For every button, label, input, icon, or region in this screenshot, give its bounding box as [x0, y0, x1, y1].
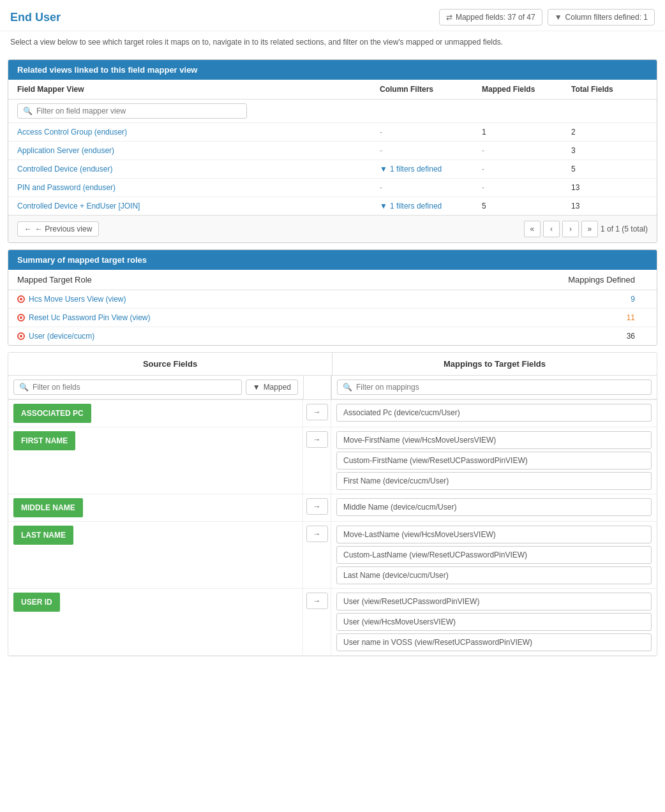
row-col-filters: ▼ 1 filters defined — [380, 165, 482, 173]
row-col-filters: - — [380, 128, 482, 137]
field-left-associated-pc: ASSOCIATED PC — [8, 400, 303, 427]
field-mapping-section: Source Fields Mappings to Target Fields … — [8, 352, 657, 656]
table-row[interactable]: Application Server (enduser) - - 3 — [8, 142, 657, 160]
source-filter-input[interactable] — [33, 383, 236, 392]
col-field-mapper-view: Field Mapper View — [17, 85, 380, 94]
field-row-middle-name: MIDDLE NAME → Middle Name (device/cucm/U… — [8, 494, 657, 522]
arrow-user-id: → — [303, 589, 331, 655]
field-label-middle-name: MIDDLE NAME — [13, 498, 83, 517]
row-total-fields: 13 — [571, 202, 648, 210]
role-name: User (device/cucm) — [17, 332, 546, 341]
targets-middle-name: Middle Name (device/cucm/User) — [331, 494, 657, 521]
summary-row[interactable]: User (device/cucm) 36 — [8, 327, 657, 345]
mappings-count: 11 — [546, 313, 648, 322]
page-header: End User ⇄ Mapped fields: 37 of 47 ▼ Col… — [0, 0, 665, 31]
mapped-fields-label: Mapped fields: 37 of 47 — [456, 13, 535, 22]
row-mapped-fields: - — [482, 165, 571, 173]
next-page-button[interactable]: › — [562, 221, 579, 237]
field-mapper-search-wrap[interactable]: 🔍 — [17, 103, 247, 119]
summary-column-headers: Mapped Target Role Mappings Defined — [8, 270, 657, 290]
filter-bars-row: 🔍 ▼ Mapped 🔍 — [8, 376, 657, 400]
mappings-filter-wrap[interactable]: 🔍 — [337, 380, 652, 395]
row-mapped-fields: - — [482, 183, 571, 192]
arrow-button-first-name[interactable]: → — [306, 431, 328, 448]
row-mapped-fields: 1 — [482, 128, 571, 137]
field-label-associated-pc: ASSOCIATED PC — [13, 404, 91, 423]
radio-icon — [17, 314, 25, 321]
field-left-last-name: LAST NAME — [8, 522, 303, 588]
mappings-count: 9 — [546, 295, 648, 304]
funnel-icon: ▼ — [380, 202, 387, 210]
page-info: 1 of 1 (5 total) — [601, 225, 648, 233]
mappings-count: 36 — [546, 332, 648, 341]
mappings-search-icon: 🔍 — [343, 383, 352, 392]
header-badges: ⇄ Mapped fields: 37 of 47 ▼ Column filte… — [439, 9, 655, 26]
role-name: Reset Uc Password Pin View (view) — [17, 313, 546, 322]
field-mapper-search-input[interactable] — [36, 107, 241, 115]
prev-page-button[interactable]: ‹ — [543, 221, 560, 237]
radio-icon — [17, 295, 25, 303]
row-name: Application Server (enduser) — [17, 146, 380, 155]
prev-view-button[interactable]: ← ← Previous view — [17, 221, 99, 237]
field-label-last-name: LAST NAME — [13, 526, 73, 545]
field-row-associated-pc: ASSOCIATED PC → Associated Pc (device/cu… — [8, 400, 657, 427]
arrow-button-last-name[interactable]: → — [306, 526, 328, 542]
table-row[interactable]: PIN and Password (enduser) - - 13 — [8, 179, 657, 197]
role-label: Reset Uc Password Pin View (view) — [29, 313, 151, 322]
first-page-button[interactable]: « — [524, 221, 541, 237]
related-views-header: Related views linked to this field mappe… — [8, 60, 657, 80]
arrow-button-user-id[interactable]: → — [306, 593, 328, 609]
related-views-column-headers: Field Mapper View Column Filters Mapped … — [8, 80, 657, 100]
related-views-search-row: 🔍 — [8, 100, 657, 123]
row-col-filters: - — [380, 183, 482, 192]
mappings-filter-bar: 🔍 — [331, 376, 657, 399]
row-mapped-fields: - — [482, 146, 571, 155]
mapping-column-titles: Source Fields Mappings to Target Fields — [8, 353, 657, 376]
mapped-filter-button[interactable]: ▼ Mapped — [246, 380, 298, 395]
table-row[interactable]: Access Control Group (enduser) - 1 2 — [8, 123, 657, 142]
last-page-button[interactable]: » — [581, 221, 598, 237]
field-left-user-id: USER ID — [8, 589, 303, 655]
mapped-fields-badge: ⇄ Mapped fields: 37 of 47 — [439, 9, 542, 26]
target-item: Custom-LastName (view/ResetUCPasswordPin… — [336, 546, 652, 564]
targets-first-name: Move-FirstName (view/HcsMoveUsersVIEW) C… — [331, 427, 657, 494]
arrow-last-name: → — [303, 522, 331, 588]
row-total-fields: 13 — [571, 183, 648, 192]
arrow-middle-name: → — [303, 494, 331, 521]
target-item: First Name (device/cucm/User) — [336, 472, 652, 490]
role-name: Hcs Move Users View (view) — [17, 295, 546, 304]
arrow-button-associated-pc[interactable]: → — [306, 404, 328, 420]
page-navigation: « ‹ › » 1 of 1 (5 total) — [524, 221, 648, 237]
row-name: PIN and Password (enduser) — [17, 183, 380, 192]
summary-row[interactable]: Hcs Move Users View (view) 9 — [8, 290, 657, 309]
table-row[interactable]: Controlled Device (enduser) ▼ 1 filters … — [8, 160, 657, 179]
col-total-fields: Total Fields — [571, 85, 648, 94]
related-views-title: Related views linked to this field mappe… — [17, 65, 197, 75]
col-mapped-fields: Mapped Fields — [482, 85, 571, 94]
field-row-last-name: LAST NAME → Move-LastName (view/HcsMoveU… — [8, 522, 657, 589]
summary-section: Summary of mapped target roles Mapped Ta… — [8, 249, 657, 346]
mappings-filter-input[interactable] — [356, 383, 646, 392]
row-name: Access Control Group (enduser) — [17, 128, 380, 137]
source-search-icon: 🔍 — [19, 383, 29, 392]
mapped-icon: ⇄ — [446, 13, 452, 22]
targets-user-id: User (view/ResetUCPasswordPinVIEW) User … — [331, 589, 657, 655]
target-item: User (view/HcsMoveUsersVIEW) — [336, 613, 652, 631]
mapped-label: Mapped — [264, 383, 291, 392]
row-name: Controlled Device + EndUser [JOIN] — [17, 202, 380, 210]
related-views-section: Related views linked to this field mappe… — [8, 59, 657, 243]
row-col-filters: ▼ 1 filters defined — [380, 202, 482, 210]
col-column-filters: Column Filters — [380, 85, 482, 94]
arrow-associated-pc: → — [303, 400, 331, 427]
pagination-row: ← ← Previous view « ‹ › » 1 of 1 (5 tota… — [8, 215, 657, 242]
summary-row[interactable]: Reset Uc Password Pin View (view) 11 — [8, 309, 657, 327]
target-item: Move-FirstName (view/HcsMoveUsersVIEW) — [336, 431, 652, 449]
source-filter-wrap[interactable]: 🔍 — [13, 380, 242, 395]
prev-label: ← Previous view — [35, 225, 92, 233]
arrow-button-middle-name[interactable]: → — [306, 498, 328, 515]
row-name: Controlled Device (enduser) — [17, 165, 380, 173]
target-item: Last Name (device/cucm/User) — [336, 566, 652, 584]
target-item: Custom-FirstName (view/ResetUCPasswordPi… — [336, 452, 652, 469]
table-row[interactable]: Controlled Device + EndUser [JOIN] ▼ 1 f… — [8, 197, 657, 215]
filter-icon: ▼ — [555, 13, 562, 22]
